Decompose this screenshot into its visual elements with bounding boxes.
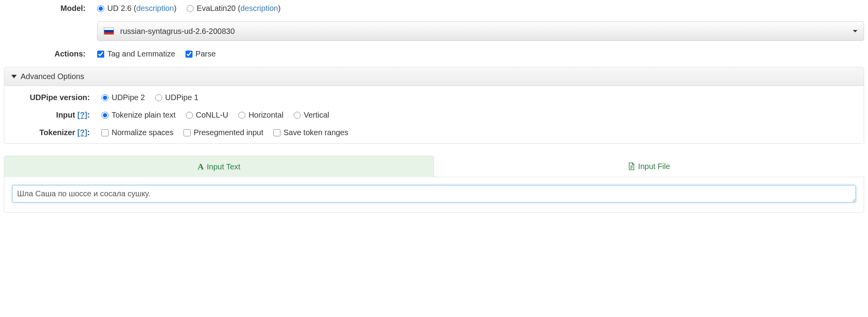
action-tag-lemmatize-checkbox[interactable] bbox=[97, 51, 104, 58]
model-select-value: russian-syntagrus-ud-2.6-200830 bbox=[120, 27, 235, 36]
udpipe-version-label: UDPipe version: bbox=[8, 93, 102, 102]
model-option-evalatin[interactable]: EvaLatin20 (description) bbox=[187, 4, 281, 13]
action-parse-checkbox[interactable] bbox=[186, 51, 192, 58]
tokenizer-normalize-spaces-checkbox[interactable] bbox=[102, 129, 108, 136]
tokenizer-presegmented[interactable]: Presegmented input bbox=[184, 128, 263, 137]
flag-russia-icon bbox=[104, 28, 114, 35]
tokenizer-help-link[interactable]: [?] bbox=[77, 128, 88, 137]
input-vertical-radio[interactable] bbox=[294, 112, 301, 119]
tab-input-text[interactable]: A Input Text bbox=[4, 156, 434, 177]
input-conllu[interactable]: CoNLL-U bbox=[186, 111, 228, 120]
input-vertical-label: Vertical bbox=[304, 111, 329, 120]
triangle-down-icon bbox=[11, 75, 17, 78]
input-horizontal-label: Horizontal bbox=[248, 111, 284, 120]
model-option-evalatin-label: EvaLatin20 bbox=[197, 4, 236, 12]
tokenizer-save-ranges-checkbox[interactable] bbox=[273, 129, 280, 136]
input-vertical[interactable]: Vertical bbox=[294, 111, 329, 120]
model-select[interactable]: russian-syntagrus-ud-2.6-200830 bbox=[97, 21, 864, 41]
advanced-options-heading: Advanced Options bbox=[21, 72, 84, 81]
model-evalatin-description-link[interactable]: description bbox=[240, 4, 278, 12]
advanced-options-toggle[interactable]: Advanced Options bbox=[4, 67, 864, 86]
input-tabs: A Input Text Input File bbox=[4, 155, 864, 177]
udpipe-version-2[interactable]: UDPipe 2 bbox=[102, 93, 145, 102]
input-horizontal-radio[interactable] bbox=[238, 112, 245, 119]
tokenizer-presegmented-label: Presegmented input bbox=[194, 128, 263, 137]
model-radio-evalatin[interactable] bbox=[187, 5, 194, 12]
udpipe-version-2-radio[interactable] bbox=[102, 94, 108, 101]
input-conllu-label: CoNLL-U bbox=[196, 111, 228, 120]
udpipe-version-1[interactable]: UDPipe 1 bbox=[155, 93, 199, 102]
tab-content-input-text bbox=[4, 177, 864, 213]
tokenizer-presegmented-checkbox[interactable] bbox=[184, 129, 191, 136]
advanced-options-panel: Advanced Options UDPipe version: UDPipe … bbox=[4, 67, 864, 144]
tokenizer-normalize-spaces[interactable]: Normalize spaces bbox=[102, 128, 173, 137]
model-label: Model: bbox=[4, 4, 97, 13]
font-icon: A bbox=[198, 162, 204, 172]
tab-input-file-label: Input File bbox=[638, 162, 670, 171]
actions-label: Actions: bbox=[4, 49, 97, 58]
tokenizer-save-ranges-label: Save token ranges bbox=[284, 128, 348, 137]
model-option-ud26[interactable]: UD 2.6 (description) bbox=[97, 4, 177, 13]
action-parse[interactable]: Parse bbox=[186, 49, 216, 58]
model-ud26-description-link[interactable]: description bbox=[136, 4, 174, 12]
tokenizer-save-ranges[interactable]: Save token ranges bbox=[273, 128, 348, 137]
udpipe-version-1-radio[interactable] bbox=[155, 94, 162, 101]
action-tag-lemmatize[interactable]: Tag and Lemmatize bbox=[97, 49, 175, 58]
model-radio-ud26[interactable] bbox=[97, 5, 104, 12]
input-tokenize-label: Tokenize plain text bbox=[112, 111, 176, 120]
input-help-link[interactable]: [?] bbox=[77, 111, 88, 119]
tab-input-file[interactable]: Input File bbox=[434, 155, 864, 177]
tokenizer-normalize-spaces-label: Normalize spaces bbox=[112, 128, 173, 137]
action-parse-label: Parse bbox=[196, 49, 216, 58]
model-option-ud26-label: UD 2.6 bbox=[107, 4, 131, 12]
caret-down-icon bbox=[853, 30, 858, 32]
input-horizontal[interactable]: Horizontal bbox=[238, 111, 284, 120]
udpipe-version-1-label: UDPipe 1 bbox=[165, 93, 199, 102]
action-tag-lemmatize-label: Tag and Lemmatize bbox=[107, 49, 175, 58]
file-icon bbox=[628, 162, 635, 171]
udpipe-version-2-label: UDPipe 2 bbox=[112, 93, 145, 102]
tokenizer-label: Tokenizer bbox=[39, 128, 75, 137]
input-text-area[interactable] bbox=[12, 185, 856, 203]
input-conllu-radio[interactable] bbox=[186, 112, 193, 119]
tab-input-text-label: Input Text bbox=[207, 162, 240, 171]
input-tokenize-radio[interactable] bbox=[102, 112, 108, 119]
input-label: Input bbox=[56, 111, 75, 119]
input-tokenize[interactable]: Tokenize plain text bbox=[102, 111, 176, 120]
